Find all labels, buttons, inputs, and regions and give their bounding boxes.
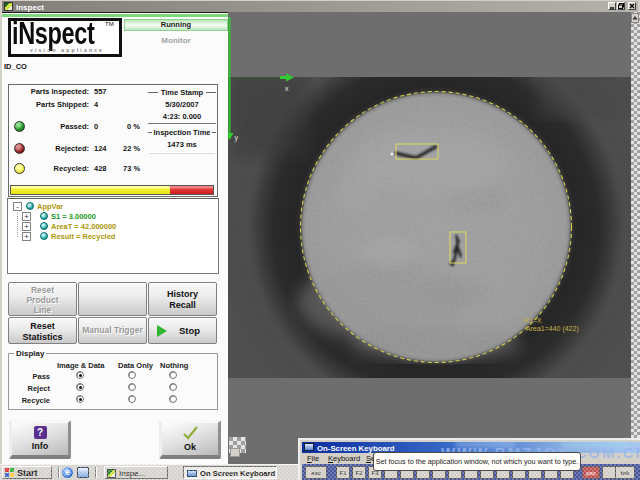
svg-text:R1=X: R1=X: [524, 317, 542, 324]
svg-text:y: y: [235, 134, 239, 142]
svg-text:Area1=440 (422): Area1=440 (422): [526, 325, 579, 333]
svg-text:x: x: [285, 85, 289, 92]
